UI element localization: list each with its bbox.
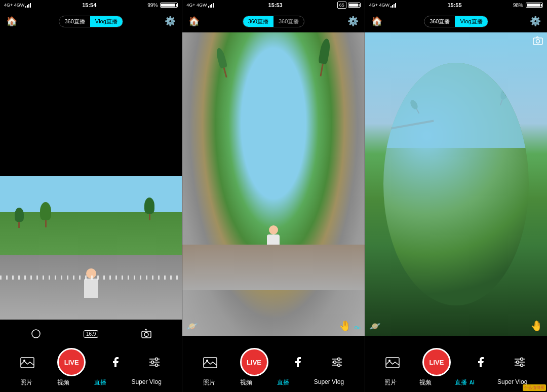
- tab-supervlog-1[interactable]: Super Vlog: [131, 378, 161, 387]
- battery-icon-2: [348, 3, 361, 8]
- preview-360-2: 🤚 On 🪐: [182, 32, 364, 336]
- svg-point-26: [520, 358, 523, 361]
- gesture-icon-2: 🤚: [339, 320, 351, 331]
- tree-crown-p2-2: [318, 38, 331, 64]
- status-right-1: 99%: [147, 3, 178, 8]
- settings-btn-3[interactable]: [511, 353, 529, 371]
- gear-icon-2[interactable]: ⚙️: [347, 16, 359, 27]
- status-right-2: 65: [337, 2, 361, 9]
- live-button-3[interactable]: LIVE: [422, 348, 451, 376]
- circle-icon-1[interactable]: [28, 326, 44, 342]
- gallery-btn-2[interactable]: [201, 353, 219, 371]
- signal-bar-2a: [208, 6, 209, 8]
- signal-bar: [28, 4, 29, 8]
- gesture-on-2: On: [355, 325, 361, 330]
- signal-bar-3a: [390, 6, 392, 8]
- gallery-btn-1[interactable]: [18, 353, 36, 371]
- facebook-btn-3[interactable]: [472, 353, 490, 371]
- svg-point-27: [516, 361, 519, 364]
- gesture-overlay-3: 🤚: [530, 320, 543, 332]
- bottom-controls-3: LIVE: [365, 336, 547, 392]
- top-nav-3: 🏠 360直播 Vlog直播 ⚙️: [365, 10, 547, 32]
- gear-icon-1[interactable]: ⚙️: [165, 16, 176, 27]
- tree-trunk-3: [149, 214, 150, 220]
- tree-p2-1: [215, 47, 230, 79]
- tree-crown: [15, 208, 24, 222]
- settings-btn-1[interactable]: [145, 353, 164, 371]
- facebook-btn-2[interactable]: [289, 353, 307, 371]
- status-bar-3: 4G+ 4GW 15:55 98%: [365, 0, 547, 10]
- tab-vlog-3[interactable]: Vlog直播: [455, 16, 487, 27]
- road-p2: [182, 245, 364, 290]
- svg-point-28: [520, 364, 523, 367]
- tab-video-3[interactable]: 视频: [419, 378, 432, 387]
- status-left-3: 4G+ 4GW: [369, 3, 396, 8]
- signal-bar: [30, 3, 31, 8]
- planet-icon-3[interactable]: 🪐: [369, 321, 380, 332]
- sliders-svg-3: [514, 357, 526, 367]
- gallery-icon-3: [383, 353, 402, 371]
- home-icon-2[interactable]: 🏠: [188, 16, 200, 27]
- camera-flip-icon-1[interactable]: [138, 326, 154, 342]
- home-icon-3[interactable]: 🏠: [371, 16, 382, 27]
- bottom-tab-row-2: 照片 视频 直播 Super Vlog: [182, 377, 364, 390]
- camera-switch-3[interactable]: [533, 36, 543, 48]
- gallery-btn-3[interactable]: [383, 353, 402, 371]
- facebook-btn-1[interactable]: [106, 353, 125, 371]
- sky-area: [383, 63, 529, 148]
- tab-photo-1[interactable]: 照片: [20, 378, 32, 387]
- tab-live-3[interactable]: 直播 Ai: [455, 378, 475, 387]
- tab-video-1[interactable]: 视频: [57, 378, 69, 387]
- tab-live-label-3: 直播: [455, 379, 467, 386]
- tab-pill-3: 360直播 Vlog直播: [424, 16, 488, 27]
- gallery-svg: [20, 356, 34, 368]
- tree-trunk: [18, 222, 20, 228]
- live-label-1: LIVE: [64, 359, 79, 366]
- live-button-2[interactable]: LIVE: [240, 348, 268, 376]
- tree-crown-p2: [215, 47, 228, 69]
- tab-photo-2[interactable]: 照片: [203, 378, 215, 387]
- person-body: [84, 279, 98, 298]
- tab-video-2[interactable]: 视频: [240, 378, 252, 387]
- settings-btn-2[interactable]: [328, 353, 346, 371]
- tab-live-2[interactable]: 直播: [277, 378, 289, 387]
- battery-num-2: 65: [337, 2, 346, 9]
- gear-icon-3[interactable]: ⚙️: [530, 16, 541, 27]
- live-button-1[interactable]: LIVE: [57, 348, 86, 376]
- control-icons-row-1: 16:9: [0, 324, 182, 344]
- battery-icon-1: [160, 3, 178, 8]
- sliders-svg-2: [331, 357, 343, 367]
- planet-icon-2[interactable]: 🪐: [186, 321, 198, 332]
- person-head-p2: [269, 225, 278, 234]
- phone-panel-2: 4G+ 4GW 15:53 65 🏠 360直播 360直播 ⚙️: [182, 0, 365, 392]
- tab-supervlog-2[interactable]: Super Vlog: [314, 378, 344, 387]
- home-icon-1[interactable]: 🏠: [6, 16, 17, 27]
- svg-point-18: [338, 364, 340, 367]
- preview-area-3: 🤚 🪐: [365, 32, 547, 336]
- signal-bar-3c: [394, 4, 395, 8]
- facebook-svg-2: [292, 356, 304, 368]
- phone-panel-3: 4G+ 4GW 15:55 98% 🏠 360直播 Vlog直播 ⚙: [365, 0, 547, 392]
- sliders-icon-1: [145, 353, 164, 371]
- tab-live-1[interactable]: 直播: [94, 378, 106, 387]
- svg-point-10: [155, 364, 158, 367]
- svg-point-12: [206, 360, 208, 362]
- gesture-overlay-2: 🤚 On: [339, 320, 361, 332]
- tree-crown-3: [144, 198, 154, 214]
- svg-point-0: [32, 330, 40, 338]
- battery-percent-3: 98%: [513, 3, 523, 8]
- status-left-1: 4G+ 4GW: [4, 3, 31, 8]
- ratio-badge-1[interactable]: 16:9: [83, 326, 99, 342]
- facebook-icon-1: [106, 353, 125, 371]
- tab-vlog-2[interactable]: 360直播: [274, 16, 304, 27]
- time-1: 15:54: [82, 2, 96, 8]
- tab-360-2[interactable]: 360直播: [243, 16, 274, 27]
- gallery-icon-2: [201, 353, 219, 371]
- sliders-icon-3: [511, 353, 529, 371]
- facebook-icon-3: [472, 353, 490, 371]
- svg-point-17: [334, 361, 336, 364]
- tab-360-3[interactable]: 360直播: [424, 16, 455, 27]
- tab-photo-3[interactable]: 照片: [384, 378, 397, 387]
- tab-360-1[interactable]: 360直播: [59, 16, 90, 27]
- tab-vlog-1[interactable]: Vlog直播: [90, 16, 123, 27]
